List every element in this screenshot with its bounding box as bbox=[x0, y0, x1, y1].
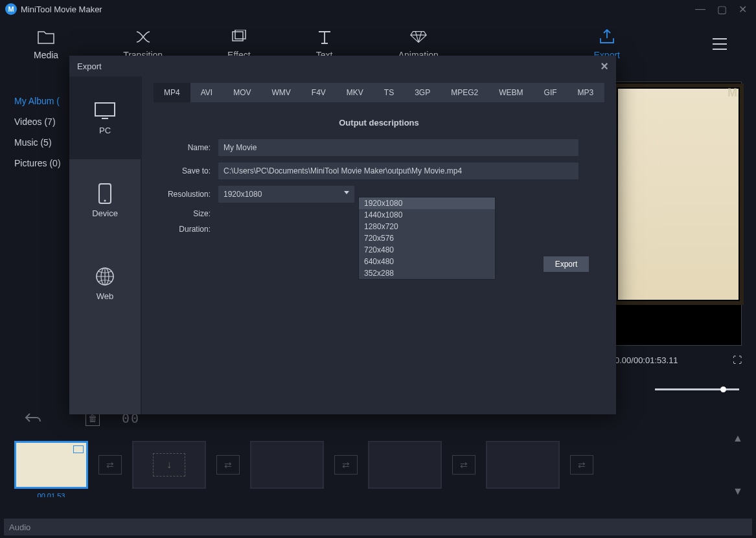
resolution-option[interactable]: 720x480 bbox=[359, 244, 495, 256]
export-target-pc[interactable]: PC bbox=[69, 76, 141, 159]
export-target-web[interactable]: Web bbox=[69, 242, 141, 325]
resolution-select[interactable]: 1920x1080 bbox=[218, 186, 354, 203]
menu-button[interactable] bbox=[711, 35, 729, 53]
svg-rect-0 bbox=[233, 32, 243, 41]
svg-point-4 bbox=[104, 199, 106, 201]
svg-rect-1 bbox=[235, 30, 246, 39]
saveto-input[interactable] bbox=[218, 163, 578, 179]
name-input[interactable] bbox=[218, 139, 578, 156]
resolution-option[interactable]: 1280x720 bbox=[359, 221, 495, 232]
timeline-scroll[interactable]: ▲▼ bbox=[733, 432, 743, 497]
format-tab[interactable]: MOV bbox=[223, 83, 261, 102]
fullscreen-icon[interactable]: ⛶ bbox=[733, 355, 742, 365]
zoom-slider[interactable] bbox=[615, 385, 742, 394]
format-tab[interactable]: 3GP bbox=[404, 83, 441, 102]
timeline: 🗑 00 00.01.53 ⇄ ⇄ ⇄ ⇄ ⇄ ▲▼ bbox=[14, 404, 742, 497]
format-tabs: MP4 AVI MOV WMV F4V MKV TS 3GP MPEG2 WEB… bbox=[154, 83, 604, 102]
dialog-close-icon[interactable]: × bbox=[601, 59, 608, 74]
format-tab[interactable]: GIF bbox=[534, 83, 567, 102]
resolution-label: Resolustion: bbox=[154, 190, 218, 199]
timeline-clip[interactable] bbox=[250, 441, 324, 489]
format-tab[interactable]: MP3 bbox=[567, 83, 604, 102]
watermark-icon: M bbox=[727, 86, 737, 100]
title-bar: M MiniTool Movie Maker — ▢ ✕ bbox=[0, 0, 756, 18]
dialog-title: Export bbox=[77, 62, 102, 71]
effect-icon bbox=[230, 28, 248, 46]
diamond-icon bbox=[409, 28, 428, 46]
resolution-option[interactable]: 352x288 bbox=[359, 267, 495, 279]
close-icon[interactable]: ✕ bbox=[739, 3, 747, 16]
transition-slot[interactable]: ⇄ bbox=[98, 455, 122, 475]
minimize-icon[interactable]: — bbox=[695, 3, 705, 16]
saveto-label: Save to: bbox=[154, 166, 218, 175]
undo-icon[interactable] bbox=[25, 412, 41, 424]
size-label: Size: bbox=[154, 209, 218, 218]
app-logo-icon: M bbox=[5, 3, 17, 15]
preview-content bbox=[618, 89, 739, 300]
export-settings-panel: MP4 AVI MOV WMV F4V MKV TS 3GP MPEG2 WEB… bbox=[142, 76, 616, 414]
format-tab[interactable]: TS bbox=[374, 83, 404, 102]
transition-slot[interactable]: ⇄ bbox=[570, 455, 593, 475]
export-target-device[interactable]: Device bbox=[69, 159, 141, 242]
resolution-option[interactable]: 720x576 bbox=[359, 232, 495, 244]
resolution-option[interactable]: 1440x1080 bbox=[359, 209, 495, 221]
preview-time-bar: 0.00/00:01:53.11 ⛶ bbox=[615, 346, 742, 374]
duration-label: Duration: bbox=[154, 225, 218, 234]
hamburger-icon bbox=[711, 35, 729, 53]
transition-icon bbox=[134, 28, 152, 46]
export-dialog: Export × PC Device Web MP4 AVI MOV WMV bbox=[69, 56, 616, 414]
preview-panel: M 0.00/00:01:53.11 ⛶ bbox=[615, 82, 742, 394]
audio-label: Audio bbox=[9, 522, 30, 532]
monitor-icon bbox=[94, 101, 116, 120]
phone-icon bbox=[94, 184, 116, 203]
chevron-down-icon bbox=[344, 191, 349, 194]
format-tab[interactable]: MP4 bbox=[154, 83, 190, 102]
export-icon bbox=[598, 28, 616, 46]
output-heading: Output descriptions bbox=[154, 118, 604, 128]
clip-track[interactable]: 00.01.53 ⇄ ⇄ ⇄ ⇄ ⇄ bbox=[14, 432, 742, 497]
audio-track[interactable]: Audio bbox=[4, 519, 752, 535]
format-tab[interactable]: WMV bbox=[261, 83, 301, 102]
name-label: Name: bbox=[154, 143, 218, 152]
tab-media[interactable]: Media bbox=[34, 28, 58, 60]
transition-slot[interactable]: ⇄ bbox=[216, 455, 240, 475]
globe-icon bbox=[94, 267, 116, 286]
maximize-icon[interactable]: ▢ bbox=[717, 3, 727, 16]
timeline-clip[interactable]: 00.01.53 bbox=[14, 441, 88, 489]
resolution-option[interactable]: 1920x1080 bbox=[359, 197, 495, 209]
timeline-clip[interactable] bbox=[132, 441, 206, 489]
resolution-dropdown: 1920x1080 1440x1080 1280x720 720x576 720… bbox=[358, 197, 496, 280]
format-tab[interactable]: WEBM bbox=[488, 83, 533, 102]
timeline-clip[interactable] bbox=[486, 441, 560, 489]
format-tab[interactable]: MKV bbox=[336, 83, 374, 102]
transition-slot[interactable]: ⇄ bbox=[452, 455, 475, 475]
preview-time: 0.00/00:01:53.11 bbox=[615, 355, 678, 365]
transition-slot[interactable]: ⇄ bbox=[334, 455, 358, 475]
export-confirm-button[interactable]: Export bbox=[544, 256, 589, 272]
app-title: MiniTool Movie Maker bbox=[21, 5, 695, 14]
resolution-option[interactable]: 640x480 bbox=[359, 256, 495, 267]
svg-rect-2 bbox=[95, 103, 115, 116]
text-icon bbox=[315, 28, 334, 46]
folder-icon bbox=[37, 28, 55, 46]
dialog-header: Export × bbox=[69, 56, 616, 76]
export-target-sidebar: PC Device Web bbox=[69, 76, 142, 414]
preview-frame[interactable]: M bbox=[615, 82, 742, 346]
format-tab[interactable]: F4V bbox=[301, 83, 336, 102]
format-tab[interactable]: MPEG2 bbox=[441, 83, 488, 102]
format-tab[interactable]: AVI bbox=[190, 83, 223, 102]
timeline-clip[interactable] bbox=[368, 441, 442, 489]
